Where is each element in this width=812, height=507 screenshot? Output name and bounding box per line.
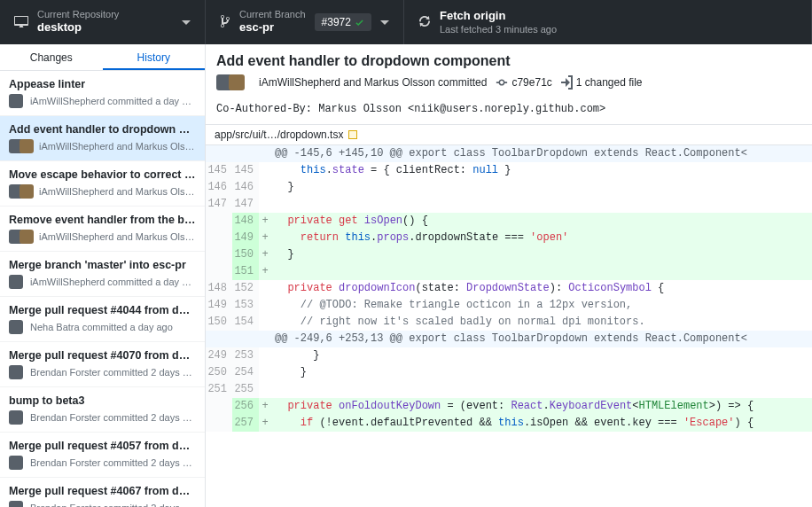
avatar <box>9 365 23 379</box>
commit-list[interactable]: Appease linteriAmWillShepherd committed … <box>0 71 205 507</box>
commit-item-byline: Brendan Forster committed 2 days ago <box>30 412 196 423</box>
fetch-button[interactable]: Fetch origin Last fetched 3 minutes ago <box>404 0 812 44</box>
avatar <box>9 456 23 470</box>
commit-item[interactable]: bump to beta3Brendan Forster committed 2… <box>0 387 205 433</box>
diff-line: 249253 } <box>206 347 812 364</box>
sidebar-tabs: Changes History <box>0 44 205 71</box>
toolbar: Current Repository desktop Current Branc… <box>0 0 812 44</box>
branch-value: esc-pr <box>239 20 306 35</box>
diff-line: 145145 this.state = { clientRect: null } <box>206 162 812 179</box>
commit-item-title: Merge pull request #4044 from des… <box>9 304 196 316</box>
diff-line: 149153 // @TODO: Remake triangle octicon… <box>206 297 812 314</box>
commit-item[interactable]: Merge branch 'master' into esc-priAmWill… <box>0 252 205 297</box>
commit-detail: Add event handler to dropdown component … <box>206 44 812 507</box>
fetch-label: Fetch origin <box>440 9 557 24</box>
tab-history[interactable]: History <box>103 44 206 70</box>
diff-line: 148+ private get isOpen() { <box>206 213 812 230</box>
commit-item[interactable]: Merge pull request #4070 from desk…Brend… <box>0 342 205 387</box>
diff-line: 148152 private dropdownIcon(state: Dropd… <box>206 280 812 297</box>
branch-icon <box>220 14 230 31</box>
commit-item[interactable]: Merge pull request #4044 from des…Neha B… <box>0 297 205 342</box>
commit-item[interactable]: Remove event handler from the bran…iAmWi… <box>0 207 205 252</box>
commit-sha[interactable]: c79e71c <box>496 76 551 89</box>
diff-line: 150154 // right now it's scaled badly on… <box>206 314 812 331</box>
repo-value: desktop <box>37 20 119 35</box>
fetch-status: Last fetched 3 minutes ago <box>440 24 557 35</box>
chevron-down-icon <box>182 16 191 28</box>
commit-item-title: Add event handler to dropdown com… <box>9 123 196 136</box>
repo-selector[interactable]: Current Repository desktop <box>0 0 206 44</box>
commit-item-byline: Neha Batra committed a day ago <box>30 322 173 332</box>
commit-item-title: Remove event handler from the bran… <box>9 214 196 226</box>
diff-line: 250254 } <box>206 364 812 381</box>
avatar <box>20 139 34 153</box>
pr-badge: #3972 <box>315 13 371 31</box>
commit-item[interactable]: Move escape behavior to correct co…iAmWi… <box>0 161 205 207</box>
commit-item-title: bump to beta3 <box>9 394 196 407</box>
file-path: app/src/ui/t…/dropdown.tsx <box>215 129 343 141</box>
commit-item-byline: iAmWillShepherd and Markus Olsson… <box>39 141 196 152</box>
commit-item-byline: iAmWillShepherd committed a day ago <box>30 277 196 287</box>
diff-view[interactable]: @@ -145,6 +145,10 @@ export class Toolba… <box>206 145 812 507</box>
commit-item-title: Move escape behavior to correct co… <box>9 168 196 181</box>
commit-item-byline: iAmWillShepherd and Markus Olsson… <box>39 231 196 242</box>
diff-line: 146146 } <box>206 179 812 196</box>
diff-line: @@ -249,6 +253,13 @@ export class Toolba… <box>206 331 812 347</box>
branch-label: Current Branch <box>239 9 306 20</box>
detail-header: Add event handler to dropdown component … <box>206 44 812 98</box>
diff-line: 147147 <box>206 196 812 213</box>
diff-line: 150+ } <box>206 246 812 263</box>
diff-line: 151+ <box>206 263 812 280</box>
commit-title: Add event handler to dropdown component <box>216 53 801 69</box>
chevron-down-icon <box>380 16 389 28</box>
diff-line: 251255 <box>206 381 812 398</box>
commit-item-title: Merge branch 'master' into esc-pr <box>9 259 196 271</box>
commit-item[interactable]: Merge pull request #4067 from desk…Brend… <box>0 478 205 507</box>
commit-authors: iAmWillShepherd and Markus Olsson commit… <box>259 76 487 89</box>
diff-line: @@ -145,6 +145,10 @@ export class Toolba… <box>206 145 812 162</box>
diff-line: 256+ private onFoldoutKeyDown = (event: … <box>206 398 812 415</box>
desktop-icon <box>14 14 28 31</box>
diff-line: 149+ return this.props.dropdownState ===… <box>206 230 812 246</box>
avatar <box>9 410 23 425</box>
tab-changes[interactable]: Changes <box>0 44 103 70</box>
commit-description: Co-Authored-By: Markus Olsson <niik@user… <box>206 98 812 124</box>
avatar <box>20 184 34 199</box>
avatar <box>229 74 245 90</box>
avatar <box>9 501 23 507</box>
commit-item-byline: iAmWillShepherd committed a day ago <box>30 96 196 106</box>
commit-item-byline: Brendan Forster committed 2 days ago <box>30 367 196 378</box>
commit-item-byline: Brendan Forster committed 2 days ago <box>30 457 196 468</box>
commit-item-title: Appease linter <box>9 78 196 90</box>
commit-item-title: Merge pull request #4057 from desk… <box>9 440 196 452</box>
avatar <box>20 230 34 244</box>
commit-item[interactable]: Merge pull request #4057 from desk…Brend… <box>0 433 205 478</box>
sync-icon <box>418 14 431 31</box>
commit-item-byline: iAmWillShepherd and Markus Olsson… <box>39 186 196 197</box>
repo-label: Current Repository <box>37 9 119 20</box>
commit-item-title: Merge pull request #4070 from desk… <box>9 349 196 362</box>
avatar <box>9 320 23 334</box>
avatar <box>9 94 23 108</box>
changed-files[interactable]: 1 changed file <box>561 75 643 90</box>
commit-item[interactable]: Add event handler to dropdown com…iAmWil… <box>0 116 205 161</box>
diff-line: 257+ if (!event.defaultPrevented && this… <box>206 415 812 432</box>
sidebar: Changes History Appease linteriAmWillShe… <box>0 44 206 507</box>
file-row[interactable]: app/src/ui/t…/dropdown.tsx <box>206 124 812 145</box>
modified-icon <box>348 130 357 139</box>
commit-item-title: Merge pull request #4067 from desk… <box>9 485 196 497</box>
commit-item-byline: Brendan Forster committed 2 days ago <box>30 503 196 507</box>
avatar <box>9 275 23 289</box>
commit-item[interactable]: Appease linteriAmWillShepherd committed … <box>0 71 205 116</box>
branch-selector[interactable]: Current Branch esc-pr #3972 <box>206 0 404 44</box>
main: Changes History Appease linteriAmWillShe… <box>0 44 812 507</box>
